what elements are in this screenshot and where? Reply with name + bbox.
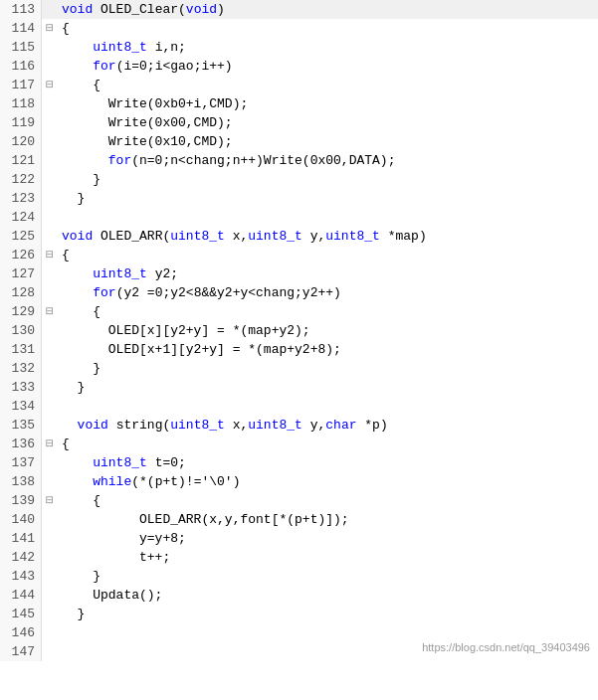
code-content: void string(uint8_t x,uint8_t y,char *p): [58, 416, 598, 435]
line-number: 133: [0, 378, 42, 397]
line-number: 146: [0, 623, 42, 642]
code-line: 119 Write(0x00,CMD);: [0, 113, 598, 132]
line-number: 118: [0, 94, 42, 113]
code-content: Write(0x00,CMD);: [58, 113, 598, 132]
code-content: {: [58, 302, 598, 321]
code-line: 144 Updata();: [0, 586, 598, 605]
code-content: Write(0x10,CMD);: [58, 132, 598, 151]
code-content: Write(0xb0+i,CMD);: [58, 94, 598, 113]
code-line: 141 y=y+8;: [0, 529, 598, 548]
code-line: 130 OLED[x][y2+y] = *(map+y2);: [0, 321, 598, 340]
code-content: }: [58, 567, 598, 586]
code-line: 121 for(n=0;n<chang;n++)Write(0x00,DATA)…: [0, 151, 598, 170]
code-content: uint8_t y2;: [58, 264, 598, 283]
code-line: 129⊟ {: [0, 302, 598, 321]
code-line: 133 }: [0, 378, 598, 397]
line-number: 145: [0, 605, 42, 623]
line-number: 147: [0, 642, 42, 661]
code-content: }: [58, 189, 598, 208]
code-content: }: [58, 605, 598, 623]
line-number: 124: [0, 208, 42, 227]
fold-indicator[interactable]: ⊟: [42, 76, 58, 94]
line-number: 125: [0, 227, 42, 246]
code-line: 114⊟{: [0, 19, 598, 38]
watermark: https://blog.csdn.net/qq_39403496: [422, 641, 590, 653]
code-content: {: [58, 76, 598, 94]
line-number: 116: [0, 57, 42, 76]
code-line: 113 void OLED_Clear(void): [0, 0, 598, 19]
code-content: Updata();: [58, 586, 598, 605]
fold-indicator[interactable]: ⊟: [42, 302, 58, 321]
fold-indicator[interactable]: ⊟: [42, 19, 58, 38]
code-content: OLED[x+1][y2+y] = *(map+y2+8);: [58, 340, 598, 359]
code-content: uint8_t i,n;: [58, 38, 598, 57]
line-number: 120: [0, 132, 42, 151]
line-number: 142: [0, 548, 42, 567]
line-number: 130: [0, 321, 42, 340]
code-line: 115 uint8_t i,n;: [0, 38, 598, 57]
line-number: 126: [0, 246, 42, 264]
code-content: for(n=0;n<chang;n++)Write(0x00,DATA);: [58, 151, 598, 170]
code-content: {: [58, 19, 598, 38]
code-container: 113 void OLED_Clear(void)114⊟{115 uint8_…: [0, 0, 598, 661]
line-number: 137: [0, 453, 42, 472]
code-line: 146: [0, 623, 598, 642]
code-line: 143 }: [0, 567, 598, 586]
line-number: 132: [0, 359, 42, 378]
line-number: 119: [0, 113, 42, 132]
line-number: 122: [0, 170, 42, 189]
code-line: 134: [0, 397, 598, 416]
code-line: 136⊟{: [0, 435, 598, 453]
code-line: 122 }: [0, 170, 598, 189]
code-line: 132 }: [0, 359, 598, 378]
line-number: 141: [0, 529, 42, 548]
code-content: for(i=0;i<gao;i++): [58, 57, 598, 76]
line-number: 128: [0, 283, 42, 302]
code-content: OLED_ARR(x,y,font[*(p+t)]);: [58, 510, 598, 529]
code-content: }: [58, 378, 598, 397]
code-line: 123 }: [0, 189, 598, 208]
line-number: 131: [0, 340, 42, 359]
line-number: 114: [0, 19, 42, 38]
line-number: 140: [0, 510, 42, 529]
line-number: 144: [0, 586, 42, 605]
code-line: 135 void string(uint8_t x,uint8_t y,char…: [0, 416, 598, 435]
code-line: 127 uint8_t y2;: [0, 264, 598, 283]
code-content: {: [58, 491, 598, 510]
line-number: 115: [0, 38, 42, 57]
code-content: }: [58, 359, 598, 378]
code-content: for(y2 =0;y2<8&&y2+y<chang;y2++): [58, 283, 598, 302]
code-line: 140 OLED_ARR(x,y,font[*(p+t)]);: [0, 510, 598, 529]
fold-indicator[interactable]: ⊟: [42, 246, 58, 264]
line-number: 136: [0, 435, 42, 453]
line-number: 121: [0, 151, 42, 170]
code-line: 126⊟{: [0, 246, 598, 264]
line-number: 139: [0, 491, 42, 510]
code-content: }: [58, 170, 598, 189]
code-line: 139⊟ {: [0, 491, 598, 510]
code-content: void OLED_ARR(uint8_t x,uint8_t y,uint8_…: [58, 227, 598, 246]
code-line: 128 for(y2 =0;y2<8&&y2+y<chang;y2++): [0, 283, 598, 302]
code-line: 125 void OLED_ARR(uint8_t x,uint8_t y,ui…: [0, 227, 598, 246]
code-content: t++;: [58, 548, 598, 567]
code-content: {: [58, 246, 598, 264]
code-content: void OLED_Clear(void): [58, 0, 598, 19]
line-number: 117: [0, 76, 42, 94]
line-number: 123: [0, 189, 42, 208]
line-number: 127: [0, 264, 42, 283]
code-line: 137 uint8_t t=0;: [0, 453, 598, 472]
code-line: 124: [0, 208, 598, 227]
code-content: {: [58, 435, 598, 453]
code-line: 117⊟ {: [0, 76, 598, 94]
code-line: 142 t++;: [0, 548, 598, 567]
line-number: 135: [0, 416, 42, 435]
code-content: y=y+8;: [58, 529, 598, 548]
line-number: 143: [0, 567, 42, 586]
code-line: 131 OLED[x+1][y2+y] = *(map+y2+8);: [0, 340, 598, 359]
line-number: 134: [0, 397, 42, 416]
fold-indicator[interactable]: ⊟: [42, 435, 58, 453]
code-content: OLED[x][y2+y] = *(map+y2);: [58, 321, 598, 340]
code-line: 120 Write(0x10,CMD);: [0, 132, 598, 151]
line-number: 113: [0, 0, 42, 19]
fold-indicator[interactable]: ⊟: [42, 491, 58, 510]
